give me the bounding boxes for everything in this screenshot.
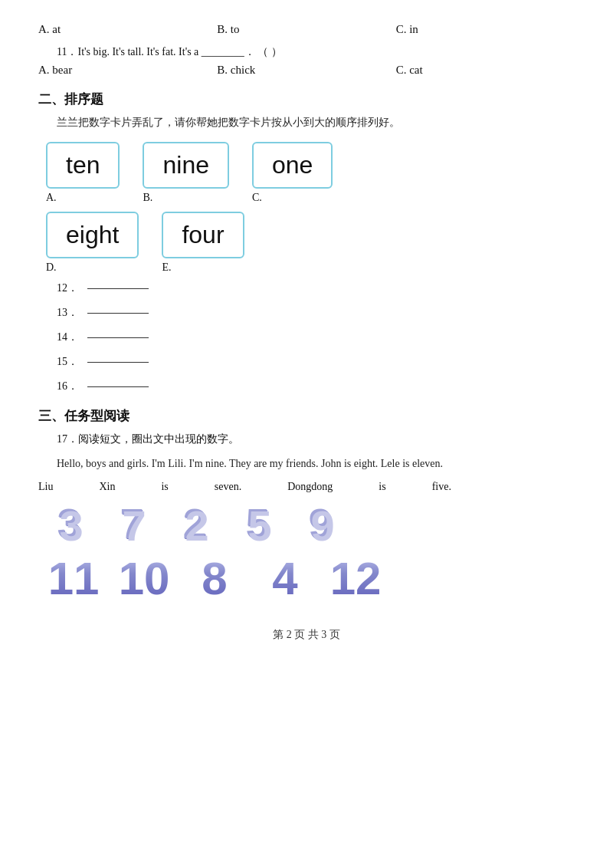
num-3: 3 — [38, 499, 101, 549]
reading-is: is — [161, 481, 168, 493]
section3-title: 三、任务型阅读 — [38, 407, 575, 425]
card-d-word: eight — [46, 212, 139, 258]
fill-num-14: 14． — [57, 330, 84, 344]
fill-num-15: 15． — [57, 355, 84, 369]
fill-line-14: 14． — [57, 330, 575, 344]
q10-option-c: C. in — [396, 23, 575, 36]
num-11: 11 — [38, 552, 109, 605]
page-footer: 第 2 页 共 3 页 — [38, 628, 575, 642]
card-a: ten A. — [46, 142, 120, 204]
q11-option-b: B. chick — [217, 64, 395, 77]
reading-xin: Xin — [99, 481, 115, 493]
q11-options: A. bear B. chick C. cat — [38, 64, 575, 77]
q11-blank: ________ — [202, 46, 244, 58]
fill-blank-15[interactable] — [87, 362, 149, 363]
num-8: 8 — [179, 552, 250, 605]
card-d-label: D. — [46, 261, 57, 274]
card-b-label: B. — [143, 192, 152, 204]
num-9: 9 — [290, 499, 352, 549]
fill-blank-16[interactable] — [87, 386, 149, 387]
q10-option-a: A. at — [38, 23, 217, 36]
reading-seven: seven. — [215, 481, 241, 493]
q11-option-c: C. cat — [396, 64, 575, 77]
num-12: 12 — [320, 552, 391, 605]
card-b-word: nine — [143, 142, 229, 189]
fill-lines: 12． 13． 14． 15． 16． — [57, 281, 575, 393]
cards-row1: ten A. nine B. one C. — [46, 142, 575, 204]
section2-instruction: 兰兰把数字卡片弄乱了，请你帮她把数字卡片按从小到大的顺序排列好。 — [57, 116, 575, 130]
card-c-label: C. — [252, 192, 262, 204]
fill-num-13: 13． — [57, 306, 84, 320]
q11-label: 11．It's big. It's tall. It's fat. It's a — [57, 46, 198, 58]
num-2: 2 — [164, 499, 227, 549]
section2-title: 二、排序题 — [38, 90, 575, 108]
num-7: 7 — [101, 499, 164, 549]
num-4: 4 — [250, 552, 320, 605]
fill-line-13: 13． — [57, 306, 575, 320]
q11-period: ． — [244, 46, 255, 58]
card-e: four E. — [162, 212, 244, 274]
num-5: 5 — [227, 499, 290, 549]
fill-blank-13[interactable] — [87, 313, 149, 314]
fill-num-16: 16． — [57, 380, 84, 393]
numbers-row1: 3 7 2 5 9 — [38, 499, 575, 549]
reading-line2: Liu Xin is seven. Dongdong is five. — [38, 481, 575, 493]
reading-line1: Hello, boys and girls. I'm Lili. I'm nin… — [57, 454, 575, 473]
cards-row2: eight D. four E. — [46, 212, 575, 274]
num-10: 10 — [109, 552, 179, 605]
q11-paren: （ ） — [257, 46, 282, 58]
reading-liu: Liu — [38, 481, 53, 493]
q11-option-a: A. bear — [38, 64, 217, 77]
reading-dongdong: Dongdong — [287, 481, 333, 493]
fill-line-16: 16． — [57, 380, 575, 393]
card-e-word: four — [162, 212, 244, 258]
q10-option-b: B. to — [217, 23, 395, 36]
card-a-label: A. — [46, 192, 57, 204]
numbers-row2: 11 10 8 4 12 — [38, 552, 575, 605]
card-e-label: E. — [162, 261, 171, 274]
card-c: one C. — [252, 142, 333, 204]
fill-line-12: 12． — [57, 281, 575, 295]
q17-instruction: 17．阅读短文，圈出文中出现的数字。 — [57, 432, 575, 446]
fill-num-12: 12． — [57, 281, 84, 295]
card-b: nine B. — [143, 142, 229, 204]
q10-options: A. at B. to C. in — [38, 23, 575, 36]
card-d: eight D. — [46, 212, 139, 274]
footer-text: 第 2 页 共 3 页 — [273, 629, 340, 640]
card-a-word: ten — [46, 142, 120, 189]
fill-blank-12[interactable] — [87, 288, 149, 289]
reading-is2: is — [379, 481, 385, 493]
fill-blank-14[interactable] — [87, 337, 149, 338]
card-c-word: one — [252, 142, 333, 189]
fill-line-15: 15． — [57, 355, 575, 369]
q11-text: 11．It's big. It's tall. It's fat. It's a… — [57, 45, 575, 59]
reading-five: five. — [432, 481, 451, 493]
